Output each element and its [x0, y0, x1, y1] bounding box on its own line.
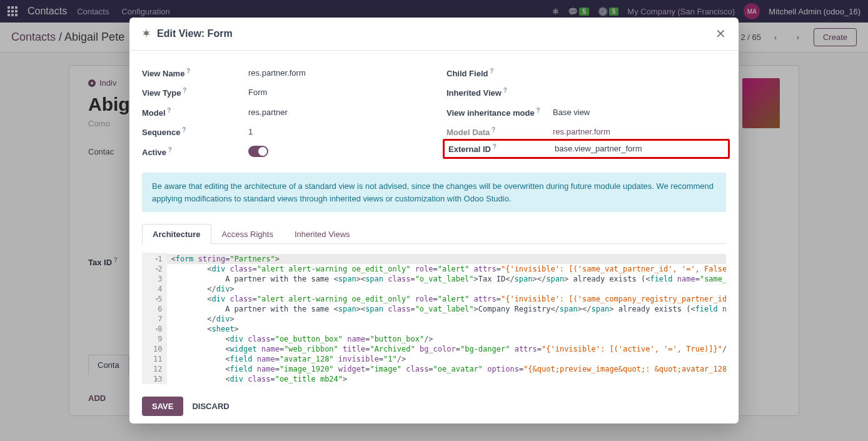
- label-child-field: Child Field: [447, 69, 488, 78]
- tabs: Architecture Access Rights Inherited Vie…: [142, 223, 726, 244]
- save-button[interactable]: SAVE: [142, 397, 183, 416]
- value-model-data[interactable]: res.partner.form: [553, 127, 610, 136]
- svg-point-0: [144, 31, 149, 35]
- label-model: Model: [142, 108, 166, 118]
- architecture-code-editor[interactable]: 12345678910111213141516 <form string="Pa…: [142, 253, 726, 384]
- value-view-name[interactable]: res.partner.form: [248, 68, 306, 78]
- edit-view-dialog: Edit View: Form ✕ View Name ?res.partner…: [129, 18, 739, 423]
- tab-architecture[interactable]: Architecture: [142, 224, 211, 244]
- label-external-id: External ID: [448, 145, 491, 155]
- architecture-warning: Be aware that editing the architecture o…: [142, 173, 726, 212]
- tab-inherited-views[interactable]: Inherited Views: [284, 224, 361, 244]
- discard-button[interactable]: DISCARD: [192, 402, 229, 411]
- value-view-type: Form: [248, 88, 267, 97]
- value-external-id: base.view_partner_form: [555, 144, 642, 153]
- active-toggle[interactable]: [248, 146, 268, 157]
- value-inheritance-mode[interactable]: Base view: [553, 108, 590, 117]
- modal-overlay: Edit View: Form ✕ View Name ?res.partner…: [0, 0, 868, 428]
- value-sequence[interactable]: 1: [248, 127, 253, 136]
- label-inheritance-mode: View inheritance mode: [447, 108, 535, 118]
- label-active: Active: [142, 148, 166, 157]
- label-inherited-view: Inherited View: [447, 89, 502, 98]
- field-grid: View Name ?res.partner.form View Type ?F…: [142, 63, 726, 161]
- value-model[interactable]: res.partner: [248, 108, 288, 117]
- tab-access-rights[interactable]: Access Rights: [211, 224, 284, 244]
- label-view-type: View Type: [142, 89, 181, 98]
- label-sequence: Sequence: [142, 128, 180, 137]
- label-model-data: Model Data: [447, 128, 490, 137]
- label-view-name: View Name: [142, 69, 184, 78]
- bug-icon: [142, 29, 151, 39]
- dialog-title: Edit View: Form: [157, 28, 233, 39]
- close-icon[interactable]: ✕: [715, 26, 726, 41]
